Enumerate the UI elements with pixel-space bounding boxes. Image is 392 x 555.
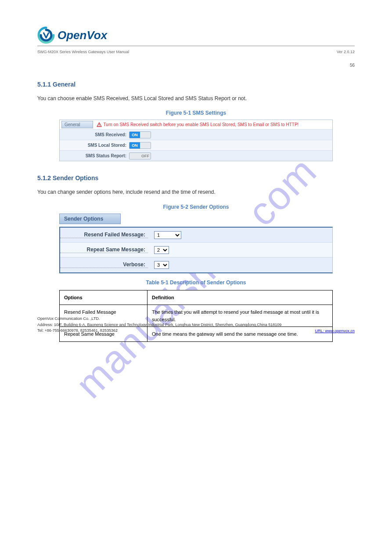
label-sms-status-report: SMS Status Report: [60, 153, 129, 158]
paragraph-sender-options: You can change sender options here, incl… [37, 188, 355, 196]
label-sms-local-stored: SMS Local Stored: [60, 143, 129, 148]
warning-message: Turn on SMS Received switch before you e… [97, 122, 299, 127]
page-header: OpenVox [37, 26, 355, 46]
warning-text: Turn on SMS Received switch before you e… [104, 122, 299, 127]
tab-general[interactable]: General [61, 121, 93, 128]
openvox-logo-icon [37, 26, 55, 44]
select-verbose[interactable]: 3 [154, 261, 169, 269]
toggle-handle [140, 142, 151, 149]
panel-body: Resend Failed Message: 1 Repeat Same Mes… [59, 227, 333, 273]
footer-company: OpenVox Communication Co. ,LTD. [37, 316, 355, 322]
heading-general: 5.1.1 General [37, 81, 355, 88]
page-footer: OpenVox Communication Co. ,LTD. Address:… [37, 316, 355, 333]
row-resend-failed: Resend Failed Message: 1 [60, 228, 332, 243]
page: OpenVox SWG-M20X Series Wireless Gateway… [0, 0, 392, 359]
figure-5-2-caption: Figure 5-2 Sender Options [37, 204, 355, 210]
figure-5-1-caption: Figure 5-1 SMS Settings [37, 110, 355, 116]
row-sms-local-stored: SMS Local Stored: ON [60, 140, 332, 150]
toggle-sms-local-stored[interactable]: ON [129, 142, 151, 149]
toggle-off-label: OFF [140, 153, 151, 159]
toggle-sms-status-report[interactable]: OFF [129, 152, 151, 160]
section-general: 5.1.1 General You can choose enable SMS … [37, 81, 355, 161]
label-sms-received: SMS Received: [60, 132, 129, 137]
paragraph-general: You can choose enable SMS Received, SMS … [37, 94, 355, 103]
svg-rect-1 [99, 126, 99, 126]
toggle-on-label: ON [129, 142, 140, 149]
th-options: Options [60, 290, 147, 305]
toggle-sms-received[interactable]: ON [129, 131, 151, 138]
toggle-handle [140, 132, 151, 138]
brand-logo: OpenVox [37, 26, 107, 44]
doc-title: SWG-M20X Series Wireless Gateways User M… [37, 50, 129, 54]
page-number: 56 [350, 63, 355, 68]
table-5-1-caption: Table 5-1 Description of Sender Options [37, 279, 355, 286]
heading-sender-options: 5.1.2 Sender Options [37, 174, 355, 181]
label-verbose: Verbose: [60, 261, 148, 268]
row-sms-status-report: SMS Status Report: OFF [60, 150, 332, 161]
label-repeat-same: Repeat Same Message: [60, 247, 148, 253]
doc-version: Ver 2.0.12 [337, 50, 355, 54]
screenshot-header-row: General Turn on SMS Received switch befo… [60, 120, 332, 129]
row-repeat-same: Repeat Same Message: 2 [60, 243, 332, 258]
select-resend-failed[interactable]: 1 [154, 231, 181, 239]
table-head-row: Options Definition [60, 290, 333, 305]
label-resend-failed: Resend Failed Message: [60, 232, 148, 238]
panel-header-sender-options: Sender Options [59, 214, 121, 224]
brand-name: OpenVox [58, 29, 107, 42]
doc-meta-row: SWG-M20X Series Wireless Gateways User M… [37, 50, 355, 54]
toggle-on-label: ON [129, 132, 140, 138]
toggle-handle [129, 153, 140, 159]
screenshot-sender-options: Sender Options Resend Failed Message: 1 … [59, 214, 333, 273]
footer-address: Address: 10/F, Building 6-A, Baoneng Sci… [37, 322, 355, 328]
svg-rect-0 [99, 124, 99, 125]
screenshot-general-settings: General Turn on SMS Received switch befo… [59, 120, 333, 161]
row-sms-received: SMS Received: ON [60, 129, 332, 140]
th-definition: Definition [147, 290, 333, 305]
warning-icon [97, 122, 102, 127]
row-verbose: Verbose: 3 [60, 258, 332, 272]
select-repeat-same[interactable]: 2 [154, 246, 169, 254]
